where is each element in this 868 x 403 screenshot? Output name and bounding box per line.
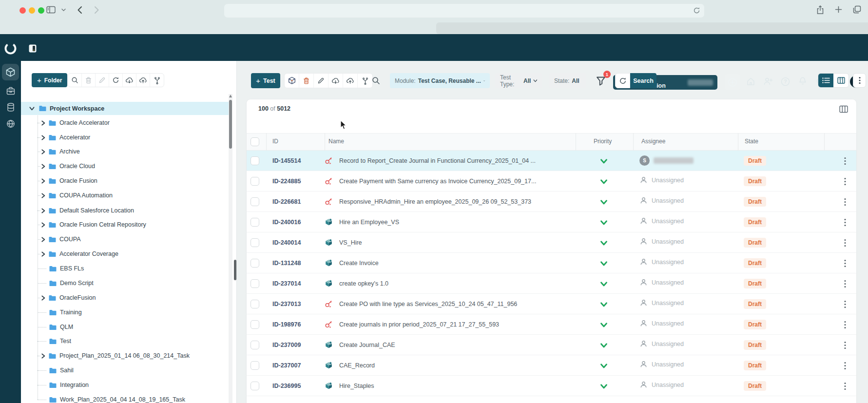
row-menu-icon[interactable] bbox=[844, 382, 846, 392]
forward-icon[interactable] bbox=[94, 6, 99, 14]
sidebar-toggle-icon[interactable] bbox=[46, 6, 56, 14]
row-menu-icon[interactable] bbox=[844, 239, 846, 249]
row-checkbox[interactable] bbox=[251, 361, 259, 370]
more-options-button[interactable] bbox=[853, 73, 866, 88]
row-checkbox[interactable] bbox=[251, 382, 259, 390]
search-button[interactable]: Search bbox=[630, 73, 656, 88]
tree-item[interactable]: Oracle Fusion bbox=[21, 174, 229, 187]
row-checkbox[interactable] bbox=[251, 156, 259, 165]
expand-chevron-icon[interactable] bbox=[40, 149, 46, 154]
tree-item[interactable]: COUPA bbox=[21, 233, 229, 246]
tree-search-icon[interactable] bbox=[68, 74, 82, 87]
expand-chevron-icon[interactable] bbox=[40, 237, 46, 242]
table-row[interactable]: ID-131248Create InvoiceUnassignedDraft bbox=[247, 253, 856, 273]
row-checkbox[interactable] bbox=[251, 279, 259, 288]
assignee-cell[interactable]: Unassigned bbox=[639, 360, 684, 368]
module-cube-icon[interactable] bbox=[285, 74, 299, 88]
priority-low-icon[interactable] bbox=[599, 363, 608, 371]
test-name[interactable]: Hire_Staples bbox=[339, 383, 374, 389]
assignee-cell[interactable]: Unassigned bbox=[639, 196, 684, 205]
back-icon[interactable] bbox=[77, 6, 82, 14]
priority-low-icon[interactable] bbox=[599, 301, 608, 310]
table-row[interactable]: ID-237007CAE_RecordUnassignedDraft bbox=[247, 355, 856, 376]
add-test-button[interactable]: + Test bbox=[251, 73, 280, 88]
priority-low-icon[interactable] bbox=[599, 322, 608, 330]
help-icon[interactable]: ? bbox=[777, 72, 793, 91]
table-row[interactable]: ID-145514Record to Report_Create Journal… bbox=[247, 151, 856, 171]
tree-item[interactable]: EBS FLs bbox=[21, 262, 229, 275]
expand-chevron-icon[interactable] bbox=[40, 208, 46, 213]
delete-test-icon[interactable] bbox=[299, 74, 314, 88]
test-name[interactable]: Create journals in prior period_2025_07_… bbox=[339, 321, 499, 328]
panel-icon[interactable] bbox=[29, 44, 37, 53]
assignee-cell[interactable]: Unassigned bbox=[639, 340, 684, 348]
assignee-cell[interactable]: Unassigned bbox=[639, 176, 684, 184]
test-id[interactable]: ID-236995 bbox=[272, 383, 301, 389]
module-filter[interactable]: Module: Test Case, Reusable ... bbox=[390, 73, 490, 88]
tree-item[interactable]: Sahil bbox=[21, 364, 229, 377]
add-folder-button[interactable]: + Folder bbox=[32, 73, 67, 87]
row-checkbox[interactable] bbox=[251, 177, 259, 186]
row-menu-icon[interactable] bbox=[844, 300, 846, 310]
row-checkbox[interactable] bbox=[251, 197, 259, 206]
chevron-down-icon[interactable] bbox=[61, 8, 66, 12]
table-row[interactable]: ID-198976Create journals in prior period… bbox=[247, 314, 856, 335]
expand-chevron-icon[interactable] bbox=[40, 164, 46, 169]
tree-item[interactable]: Oracle Cloud bbox=[21, 160, 229, 173]
test-name[interactable]: Responsive_HRAdmin_Hire an employee_2025… bbox=[339, 198, 531, 205]
row-menu-icon[interactable] bbox=[844, 280, 846, 290]
tree-item[interactable]: Oracle Accelerator bbox=[21, 116, 229, 129]
list-view-toggle[interactable] bbox=[818, 74, 833, 87]
priority-low-icon[interactable] bbox=[599, 383, 608, 392]
table-row[interactable]: ID-224885Create Payment with Same curren… bbox=[247, 171, 856, 192]
column-header-priority[interactable]: Priority bbox=[594, 138, 612, 145]
test-name[interactable]: Hire an Employee_VS bbox=[339, 219, 399, 226]
scroll-up-arrow[interactable] bbox=[229, 95, 232, 97]
test-id[interactable]: ID-240014 bbox=[272, 239, 301, 246]
test-id[interactable]: ID-237013 bbox=[272, 301, 301, 307]
row-checkbox[interactable] bbox=[251, 320, 259, 329]
priority-low-icon[interactable] bbox=[599, 219, 608, 228]
assignee-cell[interactable]: S bbox=[639, 155, 694, 166]
priority-low-icon[interactable] bbox=[599, 158, 608, 167]
tree-upload-icon[interactable] bbox=[136, 74, 150, 87]
row-menu-icon[interactable] bbox=[844, 259, 846, 269]
column-header-id[interactable]: ID bbox=[272, 138, 278, 145]
board-view-toggle[interactable] bbox=[833, 74, 849, 87]
zoom-window-button[interactable] bbox=[38, 7, 44, 14]
tree-item[interactable]: Work_Plan_2025_04_04 14_08_19_165_Task bbox=[21, 393, 229, 403]
upload-icon[interactable] bbox=[343, 74, 358, 88]
test-name[interactable]: CAE_Record bbox=[339, 362, 375, 369]
tree-item[interactable]: Archive bbox=[21, 145, 229, 158]
tree-refresh-icon[interactable] bbox=[109, 74, 123, 87]
tree-item[interactable]: Accelerator bbox=[21, 131, 229, 144]
expand-chevron-icon[interactable] bbox=[40, 353, 46, 359]
row-checkbox[interactable] bbox=[251, 238, 259, 247]
download-icon[interactable] bbox=[328, 74, 343, 88]
assignee-cell[interactable]: Unassigned bbox=[639, 381, 684, 389]
test-name[interactable]: Create Invoice bbox=[339, 260, 379, 267]
expand-chevron-icon[interactable] bbox=[40, 178, 46, 184]
test-id[interactable]: ID-237007 bbox=[272, 362, 301, 369]
assignee-cell[interactable]: Unassigned bbox=[639, 278, 684, 287]
panel-resize-handle[interactable] bbox=[234, 260, 236, 280]
tree-item[interactable]: COUPA Automation bbox=[21, 189, 229, 202]
priority-low-icon[interactable] bbox=[599, 281, 608, 289]
column-header-assignee[interactable]: Assignee bbox=[641, 138, 665, 145]
state-filter[interactable]: State: All bbox=[549, 73, 586, 88]
assignee-cell[interactable]: Unassigned bbox=[639, 237, 684, 246]
test-id[interactable]: ID-145514 bbox=[272, 157, 301, 164]
row-menu-icon[interactable] bbox=[844, 198, 846, 208]
table-row[interactable]: ID-237013Create PO with line type as Ser… bbox=[247, 294, 856, 314]
test-name[interactable]: VS_Hire bbox=[339, 239, 362, 246]
tree-item[interactable]: Integration bbox=[21, 379, 229, 391]
reload-icon[interactable] bbox=[694, 7, 700, 14]
test-name[interactable]: Create Journal_CAE bbox=[339, 342, 395, 348]
close-window-button[interactable] bbox=[19, 7, 26, 14]
assignee-cell[interactable]: Unassigned bbox=[639, 319, 684, 327]
priority-low-icon[interactable] bbox=[599, 199, 608, 208]
assignee-cell[interactable]: Unassigned bbox=[639, 299, 684, 307]
test-name[interactable]: create opkey's 1.0 bbox=[339, 280, 388, 287]
address-bar[interactable] bbox=[224, 4, 704, 18]
tree-delete-icon[interactable] bbox=[82, 74, 96, 87]
